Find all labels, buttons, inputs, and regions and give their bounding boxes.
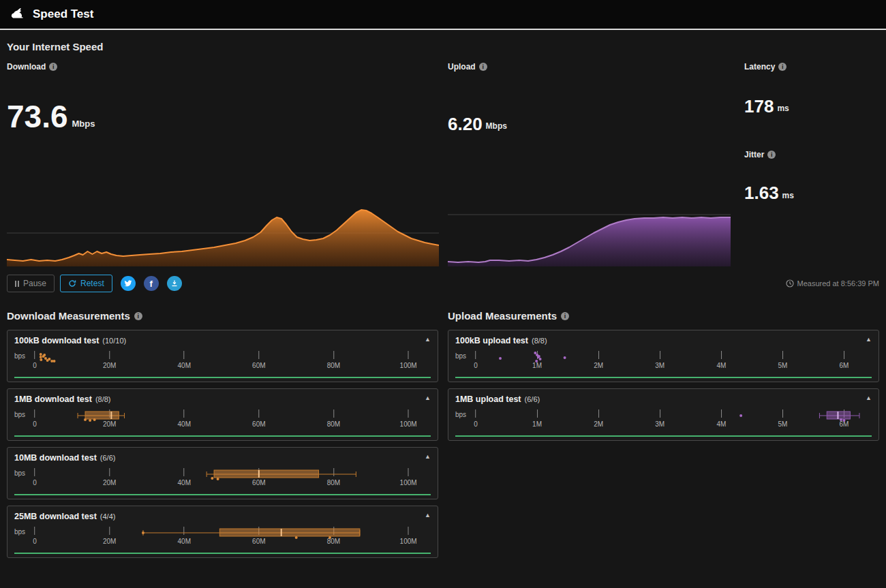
measurement-card: 1MB download test (8/8) bps 020M40M60M80… bbox=[7, 388, 438, 441]
upload-area-chart bbox=[448, 212, 731, 266]
section-title: Your Internet Speed bbox=[7, 41, 879, 52]
measurement-card: 25MB download test (4/4) bps 020M40M60M8… bbox=[7, 506, 438, 558]
upload-label: Upload bbox=[448, 62, 476, 72]
upload-value: 6.20 Mbps bbox=[448, 117, 731, 132]
measurement-card-header: 10MB download test (6/6) bbox=[14, 453, 431, 463]
measurement-card-header: 25MB download test (4/4) bbox=[14, 512, 431, 521]
upload-cards-list: 100kB upload test (8/8) bps 01M2M3M4M5M6… bbox=[448, 330, 879, 441]
measurement-card-header: 1MB upload test (6/6) bbox=[455, 394, 872, 404]
collapse-icon[interactable] bbox=[425, 336, 431, 343]
info-icon[interactable] bbox=[767, 151, 776, 159]
jitter-label: Jitter bbox=[744, 150, 764, 159]
pause-icon bbox=[15, 281, 19, 287]
upload-column: Upload 6.20 Mbps bbox=[448, 62, 731, 266]
main-content: Your Internet Speed Download 73.6 Mbps U… bbox=[0, 41, 886, 564]
jitter-value: 1.63 ms bbox=[744, 185, 879, 201]
test-name: 10MB download test bbox=[14, 453, 97, 463]
info-icon[interactable] bbox=[49, 63, 57, 71]
progress-bar bbox=[14, 435, 431, 437]
info-icon[interactable] bbox=[479, 63, 487, 71]
measurement-card: 100kB upload test (8/8) bps 01M2M3M4M5M6… bbox=[448, 330, 879, 382]
download-area-chart bbox=[7, 202, 439, 266]
download-measurements-title: Download Measurements bbox=[7, 310, 130, 322]
download-value: 73.6 Mbps bbox=[7, 103, 439, 131]
measurement-plot-row: bps 020M40M60M80M100M bbox=[14, 527, 431, 548]
latency-label-row: Latency bbox=[744, 62, 879, 72]
download-measurements-heading: Download Measurements bbox=[7, 310, 438, 322]
test-name: 1MB download test bbox=[14, 394, 92, 404]
measurement-plot-row: bps 020M40M60M80M100M bbox=[14, 409, 431, 431]
progress-bar bbox=[455, 377, 872, 378]
info-icon[interactable] bbox=[778, 63, 786, 71]
measurement-card: 1MB upload test (6/6) bps 01M2M3M4M5M6M bbox=[448, 388, 879, 441]
latency-column: Latency 178 ms Jitter 1.63 ms bbox=[744, 62, 879, 266]
upload-measurements-column: Upload Measurements 100kB upload test (8… bbox=[448, 310, 879, 564]
pause-button-label: Pause bbox=[23, 279, 46, 288]
plot-area: 020M40M60M80M100M bbox=[35, 468, 431, 490]
progress-bar bbox=[455, 435, 872, 437]
boxplot-chart bbox=[35, 409, 431, 422]
download-chart bbox=[7, 202, 439, 266]
measured-at-text: Measured at 8:56:39 PM bbox=[797, 279, 879, 288]
download-cards-list: 100kB download test (10/10) bps 020M40M6… bbox=[7, 330, 438, 558]
test-count: (8/8) bbox=[95, 395, 111, 403]
measurements-section: Download Measurements 100kB download tes… bbox=[7, 310, 879, 564]
test-count: (10/10) bbox=[102, 337, 126, 345]
download-column: Download 73.6 Mbps bbox=[7, 62, 439, 266]
controls-row: Pause Retest Measured at 8:56:39 PM bbox=[7, 275, 879, 292]
axis-unit-label: bps bbox=[14, 527, 35, 548]
upload-value-unit: Mbps bbox=[486, 121, 507, 131]
axis-unit-label: bps bbox=[455, 351, 476, 373]
facebook-icon bbox=[150, 279, 153, 288]
test-name: 100kB upload test bbox=[455, 336, 528, 345]
plot-area: 020M40M60M80M100M bbox=[35, 527, 431, 548]
test-count: (8/8) bbox=[532, 337, 547, 345]
refresh-icon bbox=[68, 279, 76, 288]
axis-unit-label: bps bbox=[14, 409, 35, 431]
info-icon[interactable] bbox=[134, 312, 142, 320]
pause-button[interactable]: Pause bbox=[7, 275, 55, 292]
retest-button-label: Retest bbox=[80, 279, 104, 288]
measurement-card: 100kB download test (10/10) bps 020M40M6… bbox=[7, 330, 438, 382]
plot-area: 01M2M3M4M5M6M bbox=[476, 409, 872, 431]
latency-value-unit: ms bbox=[777, 104, 789, 113]
test-name: 25MB download test bbox=[14, 512, 97, 521]
measurement-card-header: 1MB download test (8/8) bbox=[14, 394, 431, 404]
download-icon bbox=[170, 279, 179, 288]
collapse-icon[interactable] bbox=[425, 512, 431, 519]
jitter-value-unit: ms bbox=[782, 191, 794, 200]
collapse-icon[interactable] bbox=[866, 336, 872, 343]
upload-measurements-title: Upload Measurements bbox=[448, 310, 557, 322]
speed-row: Download 73.6 Mbps Upload 6.20 Mbps bbox=[7, 62, 879, 266]
twitter-icon bbox=[124, 279, 132, 288]
progress-bar bbox=[14, 377, 431, 378]
rabbit-icon bbox=[10, 7, 26, 22]
collapse-icon[interactable] bbox=[425, 394, 431, 401]
plot-area: 020M40M60M80M100M bbox=[35, 351, 431, 373]
info-icon[interactable] bbox=[561, 312, 569, 320]
measurement-plot-row: bps 020M40M60M80M100M bbox=[14, 351, 431, 373]
measurement-card: 10MB download test (6/6) bps 020M40M60M8… bbox=[7, 447, 438, 499]
plot-area: 020M40M60M80M100M bbox=[35, 409, 431, 431]
measurement-plot-row: bps 01M2M3M4M5M6M bbox=[455, 409, 872, 431]
boxplot-chart bbox=[476, 351, 872, 363]
measurement-card-header: 100kB upload test (8/8) bbox=[455, 336, 872, 345]
test-name: 1MB upload test bbox=[455, 394, 521, 404]
retest-button[interactable]: Retest bbox=[60, 275, 112, 292]
axis-unit-label: bps bbox=[14, 351, 35, 373]
twitter-share-button[interactable] bbox=[121, 276, 136, 291]
upload-chart bbox=[448, 212, 731, 266]
app-header: Speed Test bbox=[0, 0, 886, 30]
collapse-icon[interactable] bbox=[425, 453, 431, 460]
download-label-row: Download bbox=[7, 62, 439, 72]
test-count: (4/4) bbox=[100, 512, 116, 521]
jitter-label-row: Jitter bbox=[744, 150, 879, 159]
upload-label-row: Upload bbox=[448, 62, 731, 72]
download-measurements-column: Download Measurements 100kB download tes… bbox=[7, 310, 438, 564]
collapse-icon[interactable] bbox=[866, 394, 872, 401]
upload-measurements-heading: Upload Measurements bbox=[448, 310, 879, 322]
download-results-button[interactable] bbox=[167, 276, 182, 291]
facebook-share-button[interactable] bbox=[144, 276, 159, 291]
boxplot-chart bbox=[476, 409, 872, 422]
jitter-value-number: 1.63 bbox=[744, 185, 779, 201]
